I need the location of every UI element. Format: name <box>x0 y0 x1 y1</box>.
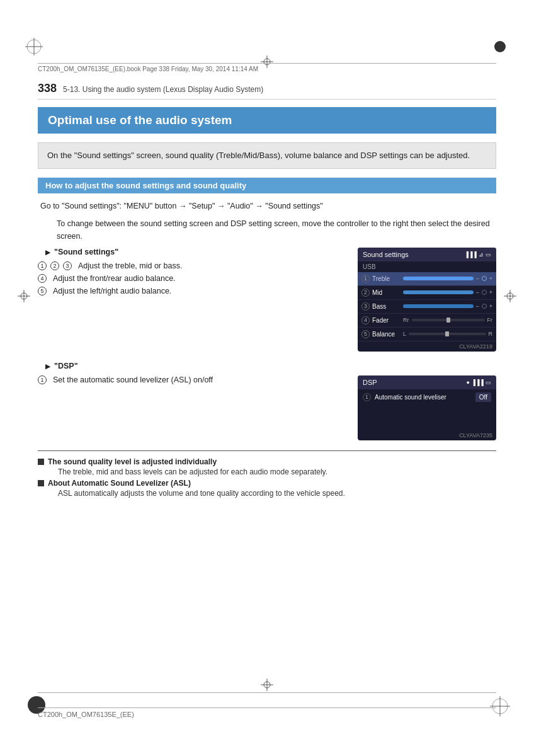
dsp-wifi-icon: ▐▐▐ <box>472 379 484 386</box>
indent-text-dsp: To change between the sound setting scre… <box>57 217 496 243</box>
info-box-text: On the "Sound settings" screen, sound qu… <box>47 151 470 160</box>
numbered-item-4: 4 Adjust the front/rear audio balance. <box>38 274 348 283</box>
sound-settings-section: "Sound settings" 1 2 3 Adjust the treble… <box>38 248 496 352</box>
fader-num: 4 <box>361 316 370 324</box>
screen-status-icons: ▐▐▐ ⊿ ▭ <box>465 251 491 258</box>
note-1-desc: The treble, mid and bass levels can be a… <box>58 467 496 476</box>
mid-controls: – + <box>476 289 492 295</box>
treble-label: Treble <box>372 275 401 282</box>
sub-heading: How to adjust the sound settings and sou… <box>38 178 496 193</box>
treble-num: 1 <box>361 275 370 283</box>
note-2-title: About Automatic Sound Levelizer (ASL) <box>48 479 496 488</box>
bass-label: Bass <box>372 303 401 310</box>
main-heading: Optimal use of the audio system <box>38 107 496 134</box>
treble-bar <box>403 277 474 280</box>
sound-settings-items: "Sound settings" 1 2 3 Adjust the treble… <box>38 248 348 352</box>
wifi-icon: ⊿ <box>479 251 484 258</box>
dsp-screen: DSP ● ▐▐▐ ▭ 1 Automatic sound leveliser … <box>358 375 496 440</box>
treble-controls: – + <box>476 275 492 282</box>
mid-bar <box>403 290 474 294</box>
item-123-text: Adjust the treble, mid or bass. <box>78 261 182 270</box>
screen1-caption: CLYAVA2219 <box>358 341 496 352</box>
dsp-screen-caption: CLYAVA7235 <box>358 430 496 440</box>
dsp-battery-icon: ▭ <box>486 379 491 386</box>
dsp-item-1-text: Set the automatic sound levelizer (ASL) … <box>53 375 213 384</box>
note-1: The sound quality level is adjusted indi… <box>38 457 496 476</box>
battery-icon: ▭ <box>486 251 491 258</box>
page-header: 338 5-13. Using the audio system (Lexus … <box>38 82 496 100</box>
sound-settings-bullet: "Sound settings" <box>45 248 348 256</box>
dsp-screen-header: DSP ● ▐▐▐ ▭ <box>358 375 496 389</box>
note-1-bullet <box>38 459 44 465</box>
screen-subtitle: USB <box>358 261 496 272</box>
page-number: 338 <box>38 82 57 95</box>
numbered-item-5: 5 Adjust the left/right audio balance. <box>38 287 348 295</box>
balance-num: 5 <box>361 330 370 338</box>
circle-3: 3 <box>63 261 72 270</box>
bass-row: 3 Bass – + <box>358 300 496 314</box>
circle-5: 5 <box>38 287 47 295</box>
note-2-bullet <box>38 480 44 486</box>
dsp-content: 1 Set the automatic sound levelizer (ASL… <box>38 375 496 440</box>
dsp-row-1-num: 1 <box>363 393 371 401</box>
dsp-section: "DSP" 1 Set the automatic sound levelize… <box>38 362 496 440</box>
dsp-row-1-value: Off <box>475 392 491 402</box>
notes-section: The sound quality level is adjusted indi… <box>38 450 496 498</box>
dsp-bullet: "DSP" <box>45 362 496 370</box>
dsp-spacer <box>358 405 496 430</box>
section-title: 5-13. Using the audio system (Lexus Disp… <box>63 85 263 94</box>
mid-row: 2 Mid – + <box>358 286 496 300</box>
page-footer: CT200h_OM_OM76135E_(EE) <box>38 707 496 718</box>
treble-row: 1 Treble – + <box>358 272 496 286</box>
item-5-text: Adjust the left/right audio balance. <box>53 287 171 295</box>
note-2-desc: ASL automatically adjusts the volume and… <box>58 489 496 498</box>
numbered-item-123: 1 2 3 Adjust the treble, mid or bass. <box>38 261 348 270</box>
bass-num: 3 <box>361 302 370 311</box>
dsp-screen-title: DSP <box>363 379 377 386</box>
balance-control: L R <box>403 331 492 337</box>
fader-label: Fader <box>372 317 401 324</box>
svg-point-3 <box>494 41 506 52</box>
page-content: 338 5-13. Using the audio system (Lexus … <box>38 82 496 693</box>
item-4-text: Adjust the front/rear audio balance. <box>53 274 176 283</box>
circle-4: 4 <box>38 274 47 283</box>
file-info-text: CT200h_OM_OM76135E_(EE).book Page 338 Fr… <box>38 66 258 72</box>
dsp-row-1-label: Automatic sound leveliser <box>375 394 472 401</box>
note-2: About Automatic Sound Levelizer (ASL) AS… <box>38 479 496 498</box>
bass-controls: – + <box>476 303 492 309</box>
balance-label: Balance <box>372 331 401 338</box>
note-2-content: About Automatic Sound Levelizer (ASL) AS… <box>48 479 496 498</box>
screen-title: Sound settings <box>363 251 409 258</box>
file-info-bar: CT200h_OM_OM76135E_(EE).book Page 338 Fr… <box>38 63 496 72</box>
signal-icon: ▐▐▐ <box>465 251 477 258</box>
note-1-title: The sound quality level is adjusted indi… <box>48 457 496 466</box>
bass-bar <box>403 304 474 308</box>
dsp-circle-1: 1 <box>38 375 47 384</box>
circle-1: 1 <box>38 261 47 270</box>
fader-control: Rr Fr <box>403 317 492 323</box>
dsp-signal-icon: ● <box>466 379 469 386</box>
fader-row: 4 Fader Rr Fr <box>358 314 496 328</box>
dsp-numbered-item-1: 1 Set the automatic sound levelizer (ASL… <box>38 375 348 384</box>
body-text-navigation: Go to "Sound settings": "MENU" button → … <box>40 200 496 212</box>
screen-header: Sound settings ▐▐▐ ⊿ ▭ <box>358 248 496 261</box>
note-1-content: The sound quality level is adjusted indi… <box>48 457 496 476</box>
circle-2: 2 <box>50 261 59 270</box>
dsp-screen-icons: ● ▐▐▐ ▭ <box>466 379 491 386</box>
mid-label: Mid <box>372 289 401 296</box>
footer-text: CT200h_OM_OM76135E_(EE) <box>38 711 134 718</box>
info-box: On the "Sound settings" screen, sound qu… <box>38 142 496 169</box>
dsp-row-1: 1 Automatic sound leveliser Off <box>358 389 496 405</box>
sound-settings-screen: Sound settings ▐▐▐ ⊿ ▭ USB 1 Treble – + <box>358 248 496 352</box>
mid-num: 2 <box>361 289 370 297</box>
dsp-items: 1 Set the automatic sound levelizer (ASL… <box>38 375 348 440</box>
balance-row: 5 Balance L R <box>358 328 496 341</box>
